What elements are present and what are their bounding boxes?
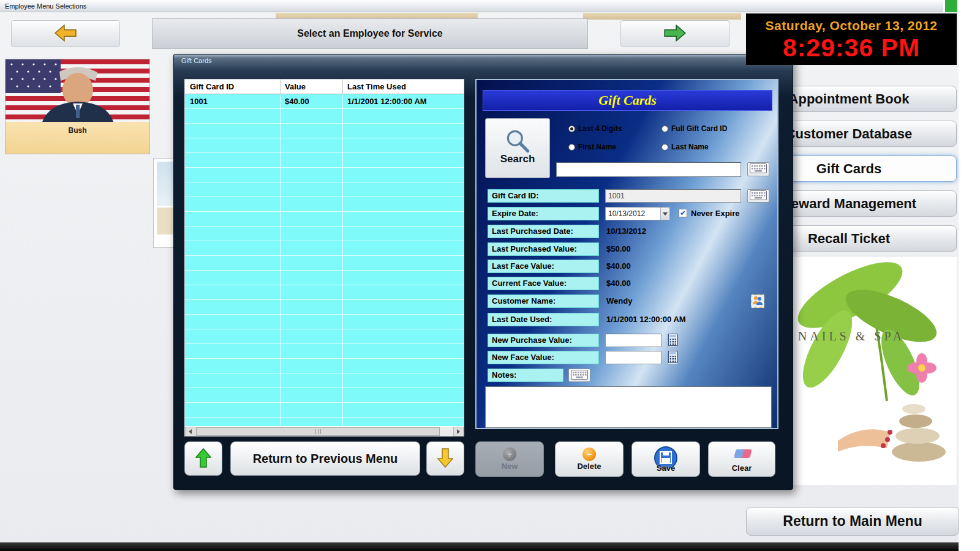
up-arrow-icon [195,448,211,470]
gift-cards-dialog: Gift Cards Gift Card ID Value Last Time … [173,54,793,490]
radio-last-4-digits[interactable]: Last 4 Digits [568,124,622,133]
grip-icon [315,429,321,434]
keyboard-button[interactable] [747,162,769,176]
radio-icon [662,144,668,151]
clock-panel: Saturday, October 13, 2012 8:29:36 PM [746,13,957,65]
expire-date-combobox[interactable]: 10/13/2012 [605,207,670,220]
save-button[interactable]: Save [631,441,700,477]
next-page-button[interactable] [620,20,729,47]
search-input[interactable] [556,162,741,177]
taskbar-strip [0,542,959,551]
last-purchased-date-value: 10/13/2012 [606,225,646,238]
desktop-fragment [945,0,957,12]
search-button-label: Search [500,153,535,165]
return-to-previous-menu-button[interactable]: Return to Previous Menu [230,441,420,476]
field-label-current-face-value: Current Face Value: [488,277,599,290]
down-arrow-icon [437,448,453,470]
field-label-new-purchase-value: New Purchase Value: [488,334,599,347]
horizontal-scrollbar[interactable] [185,426,464,436]
keyboard-icon [750,190,767,202]
radio-first-name[interactable]: First Name [568,143,616,151]
screen: Employee Menu Selections Select an Emplo… [0,0,980,551]
cell-value: $40.00 [285,97,309,106]
keyboard-icon [571,370,588,381]
app-titlebar: Employee Menu Selections [0,0,943,12]
field-label-last-purchased-value: Last Purchased Value: [488,242,599,256]
customers-icon [752,294,763,308]
scrollbar-thumb[interactable] [196,427,440,436]
new-face-value-input[interactable] [605,351,662,364]
new-plus-icon: + [503,448,516,461]
cell-last-time-used: 1/1/2001 12:00:00 AM [347,97,427,106]
clock-date: Saturday, October 13, 2012 [746,18,957,33]
radio-icon [568,126,575,132]
triangle-left-icon [186,429,192,434]
field-label-expire-date: Expire Date: [488,207,599,220]
scroll-right-button[interactable] [453,427,464,437]
new-button: + New [475,441,544,477]
never-expire-checkbox[interactable]: ✔ [679,209,687,217]
gift-card-detail-panel: Gift Cards Search Last 4 Digits Full Gif… [475,79,778,429]
search-button[interactable]: Search [485,118,550,178]
field-label-customer-name: Customer Name: [488,294,599,308]
field-label-new-face-value: New Face Value: [488,351,599,364]
page-header-text: Select an Employee for Service [297,28,442,39]
radio-full-gift-card-id[interactable]: Full Gift Card ID [662,124,727,133]
eraser-icon [731,446,753,463]
calculator-button[interactable] [668,351,678,364]
cell-gift-card-id: 1001 [190,97,208,106]
stones-graphic [892,404,946,462]
new-purchase-value-input[interactable] [605,334,662,347]
calculator-icon [668,351,677,365]
field-label-last-purchased-date: Last Purchased Date: [488,225,599,238]
background-window-strip [583,13,741,20]
last-purchased-value-value: $50.00 [606,242,631,256]
customer-lookup-button[interactable] [751,294,764,308]
field-label-gift-card-id: Gift Card ID: [488,189,599,203]
column-header-last-time-used: Last Time Used [347,82,406,91]
chevron-down-icon[interactable] [660,208,669,220]
field-label-last-face-value: Last Face Value: [488,260,599,273]
keyboard-button[interactable] [747,189,769,203]
table-body: 1001 $40.00 1/1/2001 12:00:00 AM [185,94,464,427]
left-arrow-icon [54,24,77,43]
last-face-value-value: $40.00 [606,260,631,273]
scroll-left-button[interactable] [185,427,195,437]
column-header-value: Value [285,82,306,91]
keyboard-button[interactable] [568,369,590,382]
gift-card-id-input[interactable] [605,189,741,203]
calculator-icon [668,334,677,348]
last-date-used-value: 1/1/2001 12:00:00 AM [606,313,686,326]
gift-card-table[interactable]: Gift Card ID Value Last Time Used 1001 $… [184,79,464,437]
column-header-gift-card-id: Gift Card ID [190,82,234,91]
scroll-up-button[interactable] [184,441,222,476]
hand-graphic [838,429,892,452]
return-to-main-menu-button[interactable]: Return to Main Menu [746,507,959,536]
notes-textarea[interactable] [485,386,772,428]
dialog-titlebar[interactable]: Gift Cards [181,57,212,64]
customer-name-value: Wendy [606,294,632,308]
employee-name: Bush [6,122,149,154]
radio-icon [568,144,575,151]
employee-photo [6,59,149,122]
previous-page-button[interactable] [11,20,120,47]
delete-button[interactable]: − Delete [555,441,624,477]
triangle-right-icon [457,429,462,434]
table-row[interactable]: 1001 $40.00 1/1/2001 12:00:00 AM [185,94,464,108]
app-title: Employee Menu Selections [5,2,86,10]
scroll-down-button[interactable] [426,441,464,476]
panel-title: Gift Cards [483,90,772,111]
calculator-button[interactable] [668,334,678,347]
field-label-last-date-used: Last Date Used: [488,313,599,326]
expire-date-value: 10/13/2012 [608,209,645,218]
clock-time: 8:29:36 PM [746,34,957,62]
employee-card[interactable]: Bush [5,59,150,154]
field-label-notes: Notes: [488,369,564,382]
page-header: Select an Employee for Service [152,18,588,49]
table-header: Gift Card ID Value Last Time Used [185,80,464,94]
clear-button[interactable]: Clear [708,441,775,477]
radio-last-name[interactable]: Last Name [662,143,709,151]
radio-icon [662,126,668,132]
delete-minus-icon: − [582,448,596,461]
current-face-value-value: $40.00 [606,277,631,290]
